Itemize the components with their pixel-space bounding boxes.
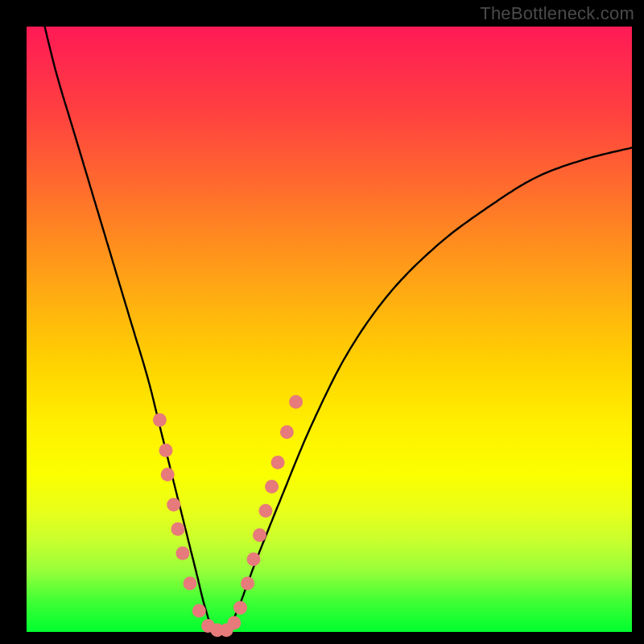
plot-area — [27, 27, 632, 632]
chart-frame: TheBottleneck.com — [0, 0, 644, 644]
watermark-text: TheBottleneck.com — [480, 3, 634, 24]
